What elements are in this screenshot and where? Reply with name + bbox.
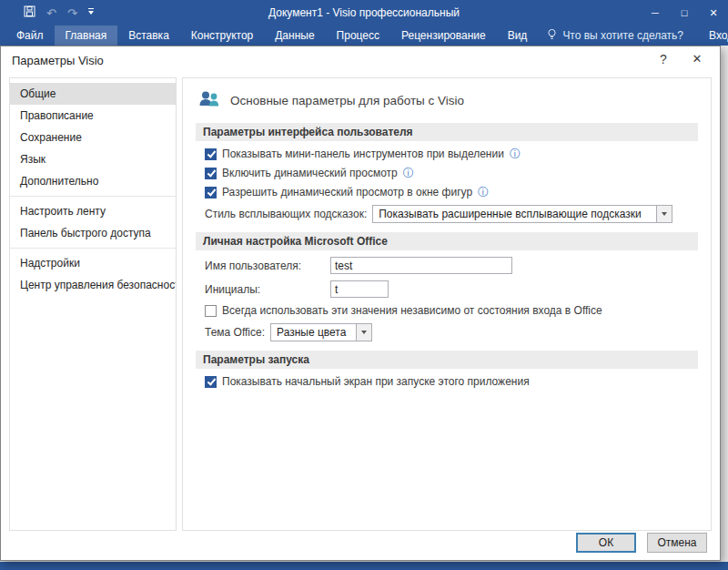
visio-options-dialog: Параметры Visio ? ✕ Общие Правописание С… <box>0 46 721 561</box>
sidebar-item-proofing[interactable]: Правописание <box>10 105 176 127</box>
sidebar-item-save[interactable]: Сохранение <box>10 127 176 148</box>
sidebar-item-advanced[interactable]: Дополнительно <box>10 170 176 192</box>
tooltip-style-row: Стиль всплывающих подсказок: Показывать … <box>205 205 698 223</box>
sidebar-item-general[interactable]: Общие <box>10 83 176 105</box>
checkbox-label: Показывать мини-панель инструментов при … <box>222 148 504 160</box>
tab-view[interactable]: Вид <box>497 25 539 46</box>
content-header-text: Основные параметры для работы с Visio <box>230 94 464 107</box>
sign-in-button[interactable]: Вход <box>693 25 728 46</box>
tooltip-style-select[interactable]: Показывать расширенные всплывающие подск… <box>372 205 672 223</box>
checkbox-row-shapes-preview: Разрешить динамический просмотр в окне ф… <box>205 186 698 198</box>
info-icon[interactable]: ⓘ <box>478 187 489 198</box>
redo-icon[interactable]: ↷ <box>67 6 77 20</box>
user-name-label: Имя пользователя: <box>205 260 325 272</box>
checkbox-label: Включить динамический просмотр <box>222 167 398 179</box>
user-name-row: Имя пользователя: <box>205 257 698 274</box>
info-icon[interactable]: ⓘ <box>403 168 414 178</box>
tooltip-style-label: Стиль всплывающих подсказок: <box>205 208 367 220</box>
checkbox-enable-live-preview[interactable] <box>205 168 217 179</box>
chevron-down-icon[interactable] <box>356 324 371 341</box>
office-theme-select[interactable]: Разные цвета <box>270 323 372 341</box>
window-title: Документ1 - Visio профессиональный <box>268 6 460 19</box>
checkbox-always-use-values[interactable] <box>205 305 217 317</box>
tooltip-style-value: Показывать расширенные всплывающие подск… <box>373 206 656 222</box>
cancel-button[interactable]: Отмена <box>647 533 707 553</box>
general-options-icon <box>197 89 221 112</box>
sidebar-item-trust-center[interactable]: Центр управления безопасностью <box>10 274 176 296</box>
initials-row: Инициалы: <box>205 280 698 298</box>
dialog-close-button[interactable]: ✕ <box>687 52 707 66</box>
info-icon[interactable]: ⓘ <box>510 148 521 159</box>
tell-me-box[interactable]: Что вы хотите сделать? <box>538 25 693 46</box>
customize-qat-chevron-icon[interactable] <box>88 11 94 15</box>
tab-design[interactable]: Конструктор <box>180 25 264 46</box>
section-header-personal: Личная настройка Microsoft Office <box>196 232 698 250</box>
tab-home[interactable]: Главная <box>55 25 118 46</box>
checkbox-row-always-use: Всегда использовать эти значения независ… <box>205 304 698 317</box>
ok-button[interactable]: ОК <box>576 533 636 553</box>
checkbox-row-minitoolbar: Показывать мини-панель инструментов при … <box>205 148 698 160</box>
tab-file[interactable]: Файл <box>5 25 55 46</box>
ribbon-tab-bar: Файл Главная Вставка Конструктор Данные … <box>0 25 728 46</box>
sidebar-item-addins[interactable]: Надстройки <box>10 252 176 274</box>
office-theme-value: Разные цвета <box>271 324 356 341</box>
sidebar-item-language[interactable]: Язык <box>10 148 176 170</box>
maximize-button[interactable]: □ <box>670 0 699 25</box>
office-theme-row: Тема Office: Разные цвета <box>205 323 698 341</box>
user-name-input[interactable] <box>330 257 512 274</box>
tab-insert[interactable]: Вставка <box>117 25 180 46</box>
dialog-title: Параметры Visio <box>12 54 104 67</box>
lightbulb-icon <box>547 28 557 44</box>
tell-me-label: Что вы хотите сделать? <box>562 29 683 42</box>
status-bar <box>0 562 728 570</box>
checkbox-label: Показывать начальный экран при запуске э… <box>222 375 530 388</box>
window-controls: ─ □ ✕ <box>641 0 728 25</box>
undo-icon[interactable]: ↶ <box>46 6 56 20</box>
checkbox-show-start-screen[interactable] <box>205 376 217 388</box>
minimize-button[interactable]: ─ <box>641 0 670 25</box>
quick-access-toolbar: ↶ ↷ <box>24 5 94 20</box>
checkbox-label: Всегда использовать эти значения независ… <box>222 304 602 317</box>
checkbox-shapes-window-preview[interactable] <box>205 187 217 198</box>
close-button[interactable]: ✕ <box>699 0 728 25</box>
initials-label: Инициалы: <box>205 283 325 296</box>
tab-process[interactable]: Процесс <box>326 25 390 46</box>
options-category-list: Общие Правописание Сохранение Язык Допол… <box>9 77 177 531</box>
sidebar-item-customize-ribbon[interactable]: Настроить ленту <box>10 200 176 222</box>
office-theme-label: Тема Office: <box>205 326 265 339</box>
tab-review[interactable]: Рецензирование <box>390 25 497 46</box>
section-header-interface: Параметры интерфейса пользователя <box>196 123 698 141</box>
sidebar-divider <box>10 248 176 249</box>
window-titlebar: ↶ ↷ Документ1 - Visio профессиональный ─… <box>0 0 728 25</box>
tab-data[interactable]: Данные <box>264 25 325 46</box>
checkbox-row-start-screen: Показывать начальный экран при запуске э… <box>205 375 698 388</box>
chevron-down-icon[interactable] <box>656 206 672 222</box>
content-header: Основные параметры для работы с Visio <box>197 89 698 112</box>
options-content-pane: Основные параметры для работы с Visio Па… <box>182 77 712 531</box>
checkbox-label: Разрешить динамический просмотр в окне ф… <box>222 186 472 198</box>
section-header-startup: Параметры запуска <box>196 351 698 369</box>
sidebar-divider <box>10 196 176 197</box>
dialog-help-button[interactable]: ? <box>654 52 672 66</box>
initials-input[interactable] <box>330 280 389 298</box>
sidebar-item-quick-access-toolbar[interactable]: Панель быстрого доступа <box>10 222 176 244</box>
checkbox-show-minitoolbar[interactable] <box>205 148 217 160</box>
checkbox-row-live-preview: Включить динамический просмотр ⓘ <box>205 167 698 179</box>
save-icon[interactable] <box>24 5 35 20</box>
